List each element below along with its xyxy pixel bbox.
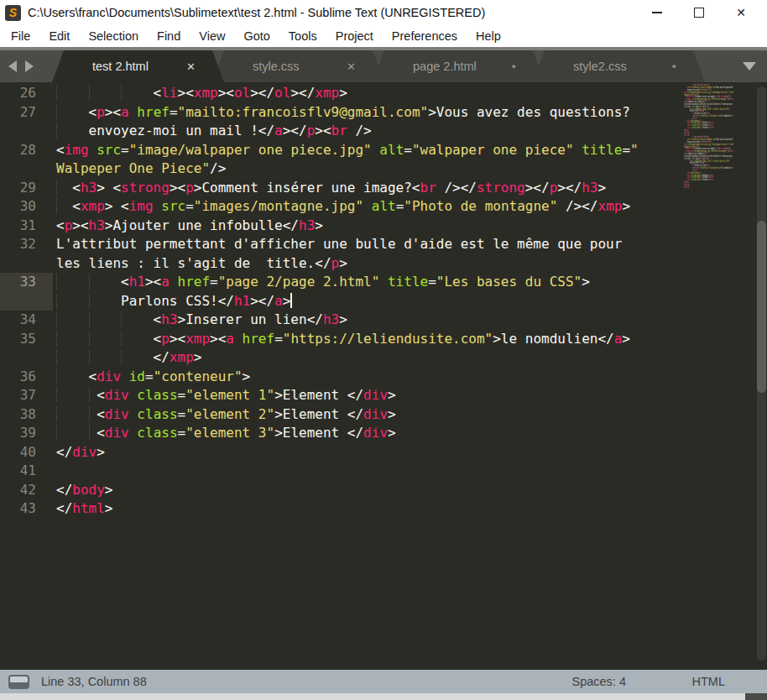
tab-close-icon[interactable]: ✕ (186, 60, 196, 73)
line-number: 38 (0, 405, 53, 425)
line-number: 30 (0, 197, 53, 217)
maximize-button[interactable] (678, 0, 720, 25)
code-line[interactable]: 43</html> (0, 499, 639, 519)
tab-dirty-icon[interactable]: ● (512, 62, 516, 71)
menu-preferences[interactable]: Preferences (383, 29, 467, 43)
code-line[interactable]: 28<img src="image/walpaper one piece.jpg… (0, 141, 639, 160)
tab-test-2.html[interactable]: test 2.html✕ (52, 50, 224, 82)
line-number (0, 254, 53, 274)
indent-guides (56, 198, 72, 214)
line-number: 29 (0, 179, 53, 198)
indent-setting[interactable]: Spaces: 4 (572, 675, 627, 688)
indent-guides (56, 274, 121, 290)
line-number: 31 (0, 217, 53, 236)
menu-file[interactable]: File (2, 29, 39, 43)
sublime-text-window: S C:\Users\franc\Documents\Sublimetext\t… (0, 0, 767, 700)
line-number (0, 292, 53, 311)
code-line[interactable]: 32L'attribut permettant d'afficher une b… (0, 235, 639, 254)
line-number: 28 (0, 141, 53, 160)
tab-label: style2.css (573, 60, 665, 73)
line-number (0, 348, 53, 368)
indent-guides (56, 406, 97, 422)
tab-label: test 2.html (92, 60, 180, 73)
sublime-logo-icon[interactable]: S (5, 5, 21, 21)
line-number: 26 (0, 84, 53, 103)
tab-close-icon[interactable]: ✕ (347, 60, 356, 73)
menu-view[interactable]: View (190, 29, 234, 43)
code-line[interactable]: Walpeper One Piece"/> (0, 159, 639, 179)
line-number: 34 (0, 311, 53, 330)
menu-edit[interactable]: Edit (39, 29, 79, 43)
code-line[interactable]: 27 <p><a href="mailto:francoisflv9@gmail… (0, 103, 639, 123)
minimap-line: </html> (684, 185, 738, 188)
code-line[interactable]: 29 <h3> <strong><p>Comment insérer une i… (0, 179, 639, 198)
line-number: 43 (0, 499, 53, 519)
code-lines[interactable]: 26 <li><xmp><ol></ol></xmp>27 <p><a href… (0, 84, 639, 519)
text-cursor (290, 293, 292, 308)
line-number: 42 (0, 481, 53, 500)
prev-tab-icon[interactable] (8, 60, 17, 72)
scrollbar-thumb[interactable] (757, 221, 766, 393)
indent-guides (56, 368, 89, 384)
menu-help[interactable]: Help (467, 29, 510, 43)
close-button[interactable]: ✕ (720, 0, 762, 25)
indent-guides (56, 349, 154, 365)
code-line[interactable]: 36 <div id="conteneur"> (0, 368, 639, 387)
code-line[interactable]: 39 <div class="element 3">Element </div> (0, 424, 639, 443)
menu-bar: FileEditSelectionFindViewGotoToolsProjec… (0, 25, 767, 47)
code-line[interactable]: 31<p><h3>Ajouter une infobulle</h3> (0, 217, 639, 236)
minimap[interactable]: <li><xmp><ol></ol></xmp> <p><a href="mai… (684, 84, 738, 319)
panel-toggle-icon[interactable] (8, 675, 29, 689)
tab-style2.css[interactable]: style2.css● (533, 50, 705, 82)
line-number (0, 159, 53, 179)
code-line[interactable]: 30 <xmp> <img src="images/montagne.jpg" … (0, 197, 639, 217)
code-line[interactable]: 41 (0, 462, 639, 481)
line-number: 41 (0, 462, 53, 481)
line-number: 32 (0, 235, 53, 254)
indent-guides (56, 293, 121, 309)
window-title: C:\Users\franc\Documents\Sublimetext\tes… (28, 6, 485, 19)
syntax-mode[interactable]: HTML (692, 675, 725, 688)
code-line[interactable]: 37 <div class="element 1">Element </div> (0, 386, 639, 405)
line-number: 36 (0, 368, 53, 387)
indent-guides (56, 85, 154, 101)
code-line[interactable]: Parlons CSS!</h1></a> (0, 292, 639, 311)
code-line[interactable]: 35 <p><xmp><a href="https://leliendusite… (0, 330, 639, 349)
code-line[interactable]: envoyez-moi un mail !</a></p><br /> (0, 122, 639, 141)
line-number: 39 (0, 424, 53, 443)
line-number: 35 (0, 330, 53, 349)
code-line[interactable]: 42</body> (0, 481, 639, 500)
menu-find[interactable]: Find (148, 29, 190, 43)
editor-area[interactable]: 26 <li><xmp><ol></ol></xmp>27 <p><a href… (0, 82, 767, 670)
code-line[interactable]: 26 <li><xmp><ol></ol></xmp> (0, 84, 639, 103)
tab-dirty-icon[interactable]: ● (672, 62, 676, 71)
maximize-icon (694, 8, 704, 18)
menu-project[interactable]: Project (326, 29, 383, 43)
code-line[interactable]: les liens : il s'agit de title.</p> (0, 254, 639, 274)
vertical-scrollbar[interactable] (757, 86, 766, 661)
menu-goto[interactable]: Goto (234, 29, 279, 43)
tab-style.css[interactable]: style.css✕ (212, 50, 384, 82)
code-line[interactable]: 34 <h3>Inserer un lien</h3> (0, 311, 639, 330)
indent-guides (56, 180, 72, 196)
tab-bar: test 2.html✕style.css✕page 2.html●style2… (0, 50, 767, 82)
code-line[interactable]: </xmp> (0, 348, 639, 368)
line-number: 33 (0, 273, 53, 292)
tab-page-2.html[interactable]: page 2.html● (373, 50, 545, 82)
next-tab-icon[interactable] (25, 60, 34, 72)
menu-selection[interactable]: Selection (79, 29, 148, 43)
resize-corner[interactable] (745, 693, 767, 700)
cursor-position: Line 33, Column 88 (41, 675, 147, 688)
minimize-button[interactable] (636, 0, 678, 25)
line-number: 40 (0, 443, 53, 462)
tab-label: page 2.html (413, 60, 505, 73)
tab-overflow-icon[interactable] (743, 62, 756, 71)
code-line[interactable]: 40</div> (0, 443, 639, 462)
indent-guides (56, 331, 154, 347)
indent-guides (56, 123, 89, 138)
minimap-content: <li><xmp><ol></ol></xmp> <p><a href="mai… (684, 84, 738, 188)
code-line[interactable]: 38 <div class="element 2">Element </div> (0, 405, 639, 425)
menu-tools[interactable]: Tools (279, 29, 326, 43)
tab-label: style.css (253, 60, 340, 73)
code-line[interactable]: 33 <h1><a href="page 2/page 2.html" titl… (0, 273, 639, 292)
